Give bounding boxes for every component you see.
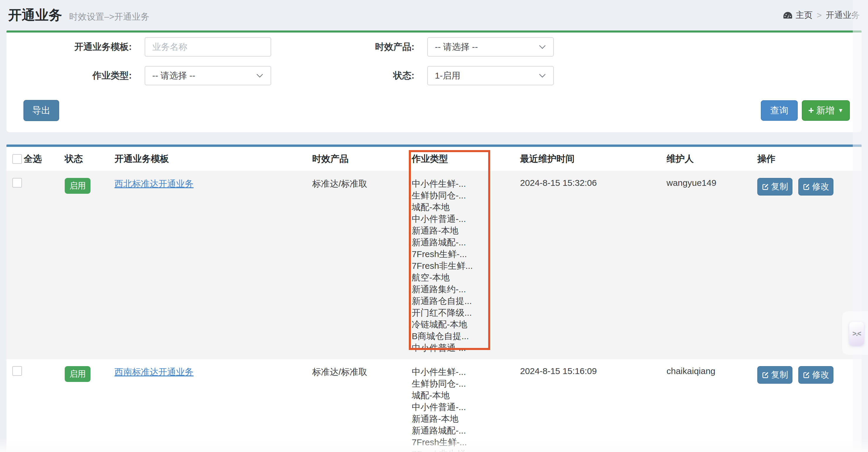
table-header-row: 全选 状态 开通业务模板 时效产品 作业类型 最近维护时间 维护人 操作 [6, 147, 862, 171]
field-status: 状态: 1-启用 [301, 66, 583, 85]
breadcrumb-home-link[interactable]: 主页 [783, 9, 813, 21]
template-label: 开通业务模板: [18, 41, 145, 53]
row-checkbox[interactable] [12, 366, 22, 376]
product-cell: 标准达/标准取 [312, 179, 367, 189]
header-template: 开通业务模板 [107, 147, 305, 171]
job-type-item: B商城仓自提... [412, 330, 513, 342]
job-type-label: 作业类型: [18, 69, 145, 82]
copy-button[interactable]: 复制 [757, 178, 793, 196]
header-status: 状态 [58, 147, 107, 171]
edit-button[interactable]: 修改 [798, 366, 833, 384]
edit-button-label: 修改 [812, 181, 829, 193]
job-type-item: 新通路集约-... [412, 283, 513, 295]
breadcrumb-separator: > [817, 10, 822, 20]
dashboard-icon [783, 11, 793, 19]
table-row: 启用 西北标准达开通业务 标准达/标准取 中小件生鲜-... 生鲜协同仓-...… [6, 171, 862, 359]
job-type-item: 7Fresh非生鲜... [412, 448, 513, 452]
plus-icon: + [808, 106, 814, 115]
job-type-item: 新通路城配-... [412, 236, 513, 248]
job-type-item: 中小件生鲜-... [412, 178, 513, 190]
breadcrumb-home-label: 主页 [796, 9, 813, 21]
job-type-item: 生鲜协同仓-... [412, 378, 513, 390]
job-type-item: 新通路城配-... [412, 425, 513, 436]
table-row: 启用 西南标准达开通业务 标准达/标准取 中小件生鲜-... 生鲜协同仓-...… [6, 359, 862, 452]
template-link[interactable]: 西北标准达开通业务 [115, 179, 193, 189]
breadcrumb-current: 开通业务 [826, 9, 860, 21]
field-job-type: 作业类型: -- 请选择 -- [18, 66, 301, 85]
field-product: 时效产品: -- 请选择 -- [301, 37, 583, 57]
header-maintainer: 维护人 [659, 147, 750, 171]
page-title: 开通业务 [8, 6, 62, 24]
job-type-select[interactable]: -- 请选择 -- [145, 66, 271, 85]
chevron-down-icon [538, 45, 546, 49]
job-type-select-value: -- 请选择 -- [152, 70, 195, 82]
caret-down-icon: ▼ [838, 107, 843, 114]
job-type-item: 7Fresh生鲜-... [412, 248, 513, 260]
field-template: 开通业务模板: [18, 37, 301, 57]
product-select-value: -- 请选择 -- [435, 41, 478, 53]
results-table-panel: 全选 状态 开通业务模板 时效产品 作业类型 最近维护时间 维护人 操作 启用 … [6, 144, 862, 452]
edit-icon [762, 371, 769, 379]
job-type-item: 新通路仓自提... [412, 295, 513, 307]
template-link[interactable]: 西南标准达开通业务 [115, 367, 193, 377]
chevron-down-icon [256, 73, 264, 78]
job-type-item: 城配-本地 [412, 390, 513, 401]
page-header: 开通业务 时效设置–>开通业务 主页 > 开通业务 [0, 0, 868, 30]
template-name-input[interactable] [145, 37, 271, 57]
header-actions: 操作 [750, 147, 862, 171]
job-type-item: 中小件普通-... [412, 213, 513, 225]
select-all-checkbox[interactable] [12, 154, 22, 164]
status-select-value: 1-启用 [435, 70, 460, 82]
updated-at-cell: 2024-8-15 15:32:06 [520, 178, 597, 188]
maintainer-cell: wangyue149 [666, 178, 716, 188]
row-checkbox[interactable] [12, 178, 22, 188]
filter-panel: 开通业务模板: 时效产品: -- 请选择 -- 作业类型: -- 请选择 -- … [6, 30, 862, 132]
status-select[interactable]: 1-启用 [427, 66, 554, 85]
job-type-item: 中小件生鲜-... [412, 366, 513, 378]
header-product: 时效产品 [305, 147, 405, 171]
product-select[interactable]: -- 请选择 -- [427, 37, 554, 57]
edit-button[interactable]: 修改 [798, 178, 833, 196]
header-updated-at: 最近维护时间 [513, 147, 659, 171]
status-badge: 启用 [65, 178, 91, 194]
job-type-item: 城配-本地 [412, 201, 513, 213]
job-type-item: 开门红不降级... [412, 307, 513, 319]
job-type-item: 新通路-本地 [412, 413, 513, 425]
chevron-down-icon [538, 73, 546, 78]
status-badge: 启用 [65, 366, 91, 382]
select-all-label: 全选 [24, 153, 42, 165]
status-label: 状态: [301, 69, 427, 82]
search-button-label: 查询 [770, 104, 788, 117]
edit-button-label: 修改 [812, 369, 829, 381]
copy-button-label: 复制 [771, 181, 788, 193]
product-cell: 标准达/标准取 [312, 367, 367, 377]
header-job-type: 作业类型 [405, 147, 513, 171]
business-table: 全选 状态 开通业务模板 时效产品 作业类型 最近维护时间 维护人 操作 启用 … [6, 147, 862, 452]
export-button-label: 导出 [32, 104, 50, 117]
search-button[interactable]: 查询 [761, 100, 798, 121]
add-new-button[interactable]: + 新增 ▼ [802, 100, 850, 121]
edit-icon [803, 183, 810, 191]
page-subtitle: 时效设置–>开通业务 [69, 11, 149, 23]
job-type-list: 中小件生鲜-... 生鲜协同仓-... 城配-本地 中小件普通-... 新通路-… [412, 366, 513, 452]
product-label: 时效产品: [301, 41, 427, 53]
job-type-item: 冷链城配-本地 [412, 319, 513, 330]
copy-button-label: 复制 [771, 369, 788, 381]
job-type-item: 新通路-本地 [412, 225, 513, 236]
edit-icon [803, 371, 810, 379]
add-button-label: 新增 [816, 104, 834, 117]
job-type-item: 生鲜协同仓-... [412, 190, 513, 201]
maintainer-cell: chaikaiqiang [666, 366, 715, 376]
updated-at-cell: 2024-8-15 15:16:09 [520, 366, 597, 376]
edit-icon [762, 183, 769, 191]
job-type-list: 中小件生鲜-... 生鲜协同仓-... 城配-本地 中小件普通-... 新通路-… [412, 178, 513, 354]
collapse-handle-icon[interactable]: >.< [849, 322, 864, 345]
job-type-item: 航空-本地 [412, 272, 513, 283]
job-type-item: 中小件普通-... [412, 342, 513, 354]
job-type-item: 7Fresh生鲜-... [412, 436, 513, 448]
breadcrumb: 主页 > 开通业务 [783, 9, 860, 21]
export-button[interactable]: 导出 [24, 100, 59, 121]
job-type-item: 中小件普通-... [412, 401, 513, 413]
copy-button[interactable]: 复制 [757, 366, 793, 384]
job-type-item: 7Fresh非生鲜... [412, 260, 513, 272]
